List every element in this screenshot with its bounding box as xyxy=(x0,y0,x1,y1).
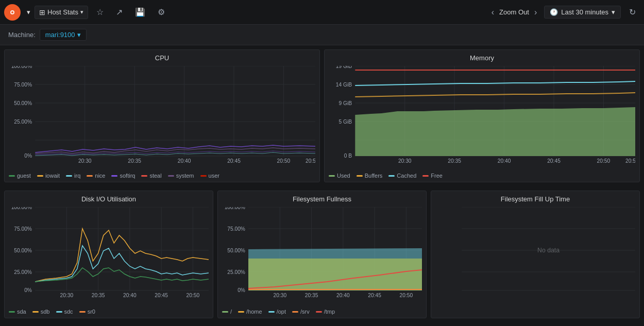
svg-text:20:30: 20:30 xyxy=(78,158,92,164)
svg-text:100.00%: 100.00% xyxy=(11,207,32,210)
legend-fs-root: / xyxy=(222,308,232,315)
svg-text:20:30: 20:30 xyxy=(274,293,287,298)
svg-text:20:55: 20:55 xyxy=(625,158,635,164)
svg-text:50.00%: 50.00% xyxy=(227,248,245,253)
svg-text:0 B: 0 B xyxy=(344,153,352,159)
svg-text:0%: 0% xyxy=(24,287,32,293)
svg-text:75.00%: 75.00% xyxy=(14,82,32,88)
disk-io-title: Disk I/O Utilisation xyxy=(5,191,213,207)
cpu-panel-title: CPU xyxy=(5,50,319,66)
svg-point-2 xyxy=(11,11,13,13)
disk-io-chart-container: 100.00% 75.00% 50.00% 25.00% 0% 20:30 20… xyxy=(5,207,213,306)
time-range-label: Last 30 minutes xyxy=(561,8,608,16)
fs-fillup-panel: Filesystem Fill Up Time No data xyxy=(431,191,640,318)
legend-fs-home: /home xyxy=(238,308,262,315)
memory-panel: Memory 19 GiB 14 GiB 9 GiB xyxy=(324,49,640,182)
svg-text:20:40: 20:40 xyxy=(123,293,137,298)
legend-fs-tmp: /tmp xyxy=(316,308,335,315)
memory-legend: Used Buffers Cached Free xyxy=(325,170,639,182)
time-range-btn[interactable]: 🕐 Last 30 minutes ▾ xyxy=(544,6,621,19)
fs-fullness-chart: 100.00% 75.00% 50.00% 25.00% 0% 20:30 20… xyxy=(222,207,422,302)
settings-btn[interactable]: ⚙ xyxy=(154,4,169,20)
legend-system: system xyxy=(168,173,194,179)
svg-text:100.00%: 100.00% xyxy=(11,66,32,69)
disk-io-panel: Disk I/O Utilisation 100.00% 75.00% 50.0… xyxy=(4,191,213,318)
machine-label: Machine: xyxy=(8,31,36,39)
svg-text:100.00%: 100.00% xyxy=(225,207,245,210)
legend-steal: steal xyxy=(141,173,161,179)
legend-sda: sda xyxy=(9,308,26,315)
disk-legend: sda sdb sdc sr0 xyxy=(5,306,213,318)
legend-irq: irq xyxy=(66,173,80,179)
svg-text:20:35: 20:35 xyxy=(448,158,461,164)
svg-text:14 GiB: 14 GiB xyxy=(336,82,352,88)
zoom-prev-btn[interactable]: ‹ xyxy=(488,6,497,19)
fs-legend: / /home /opt /srv /tmp xyxy=(218,306,426,318)
grafana-logo[interactable] xyxy=(4,4,21,21)
legend-guest: guest xyxy=(9,173,31,179)
machine-select-btn[interactable]: mari:9100 ▾ xyxy=(40,29,87,41)
legend-fs-srv: /srv xyxy=(292,308,310,315)
zoom-out-label: Zoom Out xyxy=(499,8,529,16)
dashboard-bottom: Disk I/O Utilisation 100.00% 75.00% 50.0… xyxy=(0,191,644,322)
svg-text:20:45: 20:45 xyxy=(155,293,168,298)
svg-text:75.00%: 75.00% xyxy=(227,226,245,232)
star-btn[interactable]: ☆ xyxy=(92,4,108,20)
svg-text:20:55: 20:55 xyxy=(306,158,315,164)
svg-text:20:50: 20:50 xyxy=(277,158,291,164)
zoom-next-btn[interactable]: › xyxy=(531,6,540,19)
save-btn[interactable]: 💾 xyxy=(131,4,149,20)
legend-softirq: softirq xyxy=(111,173,135,179)
legend-mem-cached: Cached xyxy=(388,173,416,179)
cpu-chart-container: 100.00% 75.00% 50.00% 25.00% 0% 20:30 20… xyxy=(5,66,319,170)
legend-nice: nice xyxy=(87,173,105,179)
refresh-btn[interactable]: ↻ xyxy=(625,5,640,19)
fs-fullness-chart-container: 100.00% 75.00% 50.00% 25.00% 0% 20:30 20… xyxy=(218,207,426,306)
svg-marker-49 xyxy=(355,107,635,156)
memory-chart: 19 GiB 14 GiB 9 GiB 5 GiB 0 B 20:30 20:3… xyxy=(329,66,635,166)
legend-user: user xyxy=(200,173,219,179)
svg-text:20:50: 20:50 xyxy=(597,158,611,164)
cpu-chart: 100.00% 75.00% 50.00% 25.00% 0% 20:30 20… xyxy=(9,66,315,166)
svg-text:20:45: 20:45 xyxy=(547,158,561,164)
svg-text:20:35: 20:35 xyxy=(92,293,105,298)
fs-fillup-title: Filesystem Fill Up Time xyxy=(431,191,639,207)
machine-value: mari:9100 xyxy=(45,31,75,39)
svg-text:50.00%: 50.00% xyxy=(14,248,32,253)
fs-fullness-panel: Filesystem Fullness 100.00% 75.00% 50.00… xyxy=(217,191,427,318)
disk-io-chart: 100.00% 75.00% 50.00% 25.00% 0% 20:30 20… xyxy=(9,207,209,302)
legend-iowait: iowait xyxy=(37,173,60,179)
svg-text:20:45: 20:45 xyxy=(227,158,241,164)
fs-fullness-title: Filesystem Fullness xyxy=(218,191,426,207)
legend-mem-buffers: Buffers xyxy=(357,173,383,179)
svg-text:25.00%: 25.00% xyxy=(14,269,32,275)
memory-panel-title: Memory xyxy=(325,50,639,66)
svg-text:20:30: 20:30 xyxy=(398,158,412,164)
dashboard-top: CPU 100.00% 75.00% 5 xyxy=(0,45,644,191)
svg-text:9 GiB: 9 GiB xyxy=(338,100,352,106)
share-btn[interactable]: ↗ xyxy=(112,4,127,20)
svg-text:20:40: 20:40 xyxy=(178,158,191,164)
svg-text:20:50: 20:50 xyxy=(187,293,200,298)
zoom-controls: ‹ Zoom Out › xyxy=(488,6,540,19)
legend-sdb: sdb xyxy=(32,308,50,315)
dashboard-name-btn[interactable]: ⊞ Host Stats ▾ xyxy=(35,6,88,19)
svg-text:20:40: 20:40 xyxy=(336,293,350,298)
svg-marker-94 xyxy=(248,259,422,290)
svg-text:50.00%: 50.00% xyxy=(14,100,32,106)
svg-text:0%: 0% xyxy=(24,153,32,159)
svg-text:No data: No data xyxy=(537,247,560,254)
svg-text:20:35: 20:35 xyxy=(305,293,318,298)
svg-text:0%: 0% xyxy=(238,287,245,293)
top-nav: ▾ ⊞ Host Stats ▾ ☆ ↗ 💾 ⚙ ‹ Zoom Out › 🕐 … xyxy=(0,0,644,25)
legend-mem-free: Free xyxy=(422,173,443,179)
svg-text:20:30: 20:30 xyxy=(60,293,74,298)
legend-sdc: sdc xyxy=(56,308,73,315)
memory-chart-container: 19 GiB 14 GiB 9 GiB 5 GiB 0 B 20:30 20:3… xyxy=(325,66,639,170)
fs-fillup-chart-container: No data xyxy=(431,207,639,318)
svg-text:20:35: 20:35 xyxy=(128,158,141,164)
svg-text:25.00%: 25.00% xyxy=(227,269,245,275)
fs-fillup-chart: No data xyxy=(435,207,635,302)
cpu-legend: guest iowait irq nice softirq steal xyxy=(5,170,319,182)
svg-rect-95 xyxy=(435,207,635,295)
